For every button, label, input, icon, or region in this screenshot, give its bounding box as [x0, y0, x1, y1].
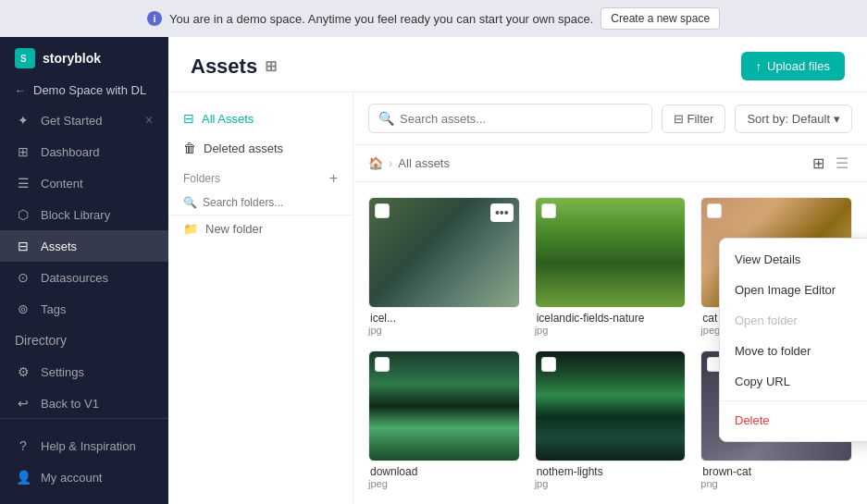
- asset-ext: jpg: [535, 478, 687, 489]
- page-title: Assets ⊞: [191, 55, 277, 79]
- search-icon: 🔍: [378, 111, 394, 126]
- sidebar-item-label: My account: [41, 471, 102, 485]
- asset-card[interactable]: download jpeg: [368, 350, 520, 489]
- asset-thumbnail: [535, 197, 687, 308]
- asset-menu-button[interactable]: •••: [490, 203, 514, 222]
- home-icon[interactable]: 🏠: [368, 156, 383, 170]
- search-folders-input[interactable]: [203, 196, 338, 209]
- dashboard-icon: ⊞: [15, 144, 31, 159]
- help-icon: ?: [15, 438, 31, 453]
- deleted-assets-nav[interactable]: 🗑 Deleted assets: [168, 133, 353, 163]
- assets-icon: ⊟: [15, 239, 31, 253]
- asset-checkbox[interactable]: [375, 203, 390, 218]
- sidebar-item-dashboard[interactable]: ⊞ Dashboard: [0, 136, 168, 167]
- sidebar-item-account[interactable]: 👤 My account: [0, 461, 168, 493]
- asset-ext: jpeg: [368, 478, 520, 489]
- get-started-icon: ✦: [15, 113, 31, 128]
- search-assets-input[interactable]: [400, 112, 642, 126]
- expand-icon[interactable]: ⊞: [265, 57, 277, 75]
- search-icon: 🔍: [183, 196, 197, 209]
- upload-button[interactable]: ↑ Upload files: [741, 52, 845, 80]
- search-box: 🔍: [368, 104, 652, 133]
- context-menu-open-editor[interactable]: Open Image Editor: [720, 275, 867, 305]
- new-folder-label: New folder: [205, 222, 263, 236]
- filter-icon: ⊟: [674, 112, 684, 126]
- account-icon: 👤: [15, 470, 31, 485]
- view-toggles: ⊞ ☰: [809, 153, 852, 174]
- space-nav[interactable]: ← Demo Space with DL: [0, 80, 168, 104]
- sidebar-item-label: Settings: [41, 365, 84, 379]
- asset-checkbox[interactable]: [541, 203, 556, 218]
- asset-name: download: [368, 461, 520, 478]
- new-folder-item[interactable]: 📁 New folder: [168, 215, 353, 242]
- sidebar: S storyblok ← Demo Space with DL ✦ Get S…: [0, 37, 168, 504]
- asset-checkbox[interactable]: [375, 357, 390, 372]
- add-folder-icon[interactable]: +: [329, 170, 338, 187]
- sidebar-item-block-library[interactable]: ⬡ Block Library: [0, 199, 168, 230]
- space-name: Demo Space with DL: [33, 83, 146, 97]
- sidebar-item-get-started[interactable]: ✦ Get Started ✕: [0, 104, 168, 136]
- asset-card[interactable]: icelandic-fields-nature jpg: [535, 197, 687, 336]
- asset-name: nothem-lights: [535, 461, 687, 478]
- demo-banner: i You are in a demo space. Anytime you f…: [0, 0, 867, 37]
- asset-card[interactable]: ••• icel... jpg: [368, 197, 520, 336]
- info-icon: i: [147, 11, 162, 26]
- context-menu-move-to-folder[interactable]: Move to folder: [720, 336, 867, 366]
- block-library-icon: ⬡: [15, 207, 31, 222]
- asset-checkbox[interactable]: [541, 357, 556, 372]
- breadcrumb-sep: ›: [389, 156, 392, 170]
- datasources-icon: ⊙: [15, 270, 31, 285]
- asset-name: brown-cat: [700, 461, 852, 478]
- asset-thumbnail: •••: [368, 197, 520, 308]
- logo-icon: S: [15, 48, 35, 68]
- left-panel: ⊟ All Assets 🗑 Deleted assets Folders + …: [168, 92, 353, 504]
- asset-thumbnail: [535, 350, 687, 461]
- content-area: Assets ⊞ ↑ Upload files ⊟ All Assets 🗑 D…: [168, 37, 867, 504]
- context-menu-view-details[interactable]: View Details: [720, 244, 867, 275]
- asset-name: icel...: [368, 308, 520, 325]
- folders-search: 🔍: [168, 191, 353, 215]
- assets-grid: ••• icel... jpg icelandic-fields-nature …: [353, 182, 867, 504]
- sidebar-item-back-to-v1[interactable]: ↩ Back to V1: [0, 387, 168, 418]
- sidebar-item-settings[interactable]: ⚙ Settings: [0, 356, 168, 387]
- folder-icon: 📁: [183, 222, 198, 236]
- sidebar-item-assets[interactable]: ⊟ Assets: [0, 230, 168, 262]
- sidebar-item-help[interactable]: ? Help & Inspiration: [0, 430, 168, 461]
- asset-ext: jpg: [368, 325, 520, 336]
- sort-button[interactable]: Sort by: Default ▾: [735, 104, 852, 133]
- close-icon[interactable]: ✕: [144, 114, 154, 127]
- sidebar-bottom: ? Help & Inspiration 👤 My account: [0, 418, 168, 504]
- context-menu-open-folder: Open folder: [720, 305, 867, 336]
- create-space-button[interactable]: Create a new space: [601, 7, 720, 30]
- folders-header: Folders +: [168, 163, 353, 191]
- folders-label: Folders: [183, 172, 220, 185]
- asset-ext: jpg: [535, 325, 687, 336]
- banner-message: You are in a demo space. Anytime you fee…: [169, 12, 593, 26]
- tags-icon: ⊚: [15, 301, 31, 316]
- all-assets-nav[interactable]: ⊟ All Assets: [168, 104, 353, 133]
- svg-text:S: S: [20, 54, 27, 64]
- asset-name: icelandic-fields-nature: [535, 308, 687, 325]
- trash-icon: 🗑: [183, 141, 196, 155]
- asset-card[interactable]: nothem-lights jpg: [535, 350, 687, 489]
- context-menu-copy-url[interactable]: Copy URL: [720, 366, 867, 397]
- sidebar-logo[interactable]: S storyblok: [0, 37, 168, 80]
- sidebar-item-tags[interactable]: ⊚ Tags: [0, 293, 168, 325]
- context-menu-delete[interactable]: Delete: [720, 405, 867, 436]
- grid-view-button[interactable]: ⊞: [809, 153, 828, 174]
- sidebar-nav: ✦ Get Started ✕ ⊞ Dashboard ☰ Content ⬡ …: [0, 104, 168, 418]
- app-directory-icon: Directory: [15, 333, 31, 348]
- sidebar-item-datasources[interactable]: ⊙ Datasources: [0, 262, 168, 293]
- sidebar-item-app-directory[interactable]: Directory: [0, 325, 168, 356]
- assets-toolbar: 🔍 ⊟ Filter Sort by: Default ▾: [353, 92, 867, 145]
- back-v1-icon: ↩: [15, 396, 31, 411]
- sidebar-item-content[interactable]: ☰ Content: [0, 167, 168, 199]
- list-view-button[interactable]: ☰: [832, 153, 852, 174]
- sidebar-item-label: Block Library: [41, 208, 110, 222]
- assets-area: 🔍 ⊟ Filter Sort by: Default ▾ 🏠 ›: [353, 92, 867, 504]
- filter-button[interactable]: ⊟ Filter: [662, 104, 726, 133]
- sidebar-item-label: Get Started: [41, 114, 102, 128]
- sidebar-item-label: Content: [41, 177, 83, 191]
- settings-icon: ⚙: [15, 364, 31, 379]
- asset-checkbox[interactable]: [707, 203, 722, 218]
